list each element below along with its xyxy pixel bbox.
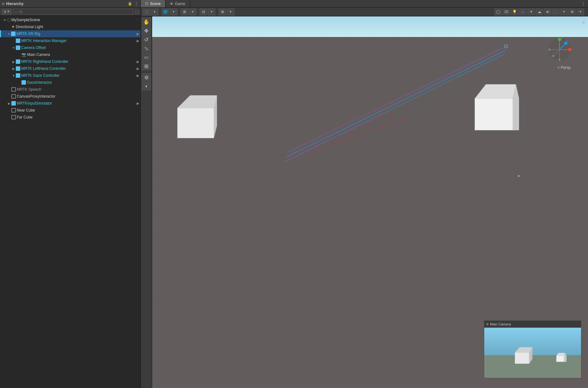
header-left: ≡ Hierarchy	[2, 1, 24, 6]
toolbar-btn-settings-down[interactable]: ▼	[577, 9, 584, 15]
toolbar-btn-settings[interactable]: ⚙	[568, 9, 576, 15]
svg-marker-55	[556, 353, 565, 356]
toolbar-btn-globe[interactable]: 🌐	[162, 9, 169, 15]
tool-dropdown[interactable]: ▼	[142, 82, 151, 90]
search-input[interactable]	[19, 10, 131, 14]
hierarchy-item-mrtk-left-hand[interactable]: ▶ MRTK LeftHand Controller ▶	[0, 65, 140, 72]
blue-cube-icon-left-hand	[16, 66, 20, 71]
scene-tabs-more[interactable]: ⋮	[579, 1, 588, 6]
tool-rect[interactable]: ▭	[142, 53, 151, 61]
more-interaction-mgr[interactable]: ▶	[137, 39, 139, 43]
scene-side-toolbar: ✋ ✥ ↺ ⤡ ▭ ⊞ ⚙ ▼	[141, 16, 152, 388]
more-mysamplescene[interactable]: ⋮	[136, 18, 139, 22]
search-box[interactable]: ⌕	[13, 9, 133, 15]
more-right-hand[interactable]: ▶	[137, 60, 139, 64]
label-right-hand: MRTK RightHand Controller	[21, 59, 68, 64]
tool-scale[interactable]: ⤡	[142, 44, 151, 52]
toolbar-btn-overlay[interactable]: ⬚	[143, 9, 150, 15]
svg-rect-28	[518, 175, 519, 177]
scene-tab-label: Scene	[150, 2, 161, 6]
hierarchy-item-gaze-interactor[interactable]: ▶ GazeInteractor	[0, 79, 140, 86]
hierarchy-item-canvas-proxy[interactable]: ▶ CanvasProxyInteractor	[0, 93, 140, 100]
more-gaze-ctrl[interactable]: ▶	[137, 74, 139, 78]
hierarchy-item-mrtk-right-hand[interactable]: ▶ MRTK RightHand Controller ▶	[0, 58, 140, 65]
toolbar-btn-2d[interactable]: 2D	[503, 9, 510, 15]
tab-scene[interactable]: ⬡ Scene	[141, 0, 165, 7]
hierarchy-item-mrtk-interaction-mgr[interactable]: ▶ MRTK Interaction Manager ▶	[0, 37, 140, 44]
hierarchy-item-mrtk-speech[interactable]: ▶ MRTK Speech	[0, 86, 140, 93]
more-vert-icon[interactable]: ⋮	[134, 1, 139, 6]
blue-cube-icon-xr-rig	[11, 32, 15, 36]
arrow-right-hand: ▶	[11, 60, 16, 64]
toolbar-btn-grid[interactable]: ⊞	[181, 9, 188, 15]
toolbar-btn-audio[interactable]: ♪	[519, 9, 527, 15]
toolbar-btn-arrow-down[interactable]: ▼	[151, 9, 158, 15]
toolbar-btn-ruler-down[interactable]: ▼	[227, 9, 234, 15]
toolbar-btn-fx[interactable]: ✦	[527, 9, 535, 15]
hierarchy-item-directional-light[interactable]: ▶ ☀ Directional Light	[0, 23, 140, 30]
gizmo[interactable]: Y X Z	[547, 37, 572, 62]
tool-rotate[interactable]: ↺	[142, 35, 151, 44]
hierarchy-content: ▼ ⬡ MySampleScene ⋮ ▶ ☀ Directional Ligh…	[0, 16, 140, 388]
toolbar-btn-eye[interactable]: 👁	[544, 9, 551, 15]
gray-cube-icon-far-cube	[11, 115, 16, 119]
hierarchy-item-mysamplescene[interactable]: ▼ ⬡ MySampleScene ⋮	[0, 16, 140, 23]
arrow-down-small: ▼	[7, 10, 9, 13]
hierarchy-panel: ≡ Hierarchy 🔒 ⋮ + ▼ ⌕ ⬚	[0, 0, 141, 388]
hierarchy-item-far-cube[interactable]: ▶ Far Cube	[0, 114, 140, 121]
label-main-camera: Main Camera	[27, 52, 50, 57]
toolbar-btn-camera-down[interactable]: ▼	[560, 9, 568, 15]
hierarchy-item-mrtk-xr-rig[interactable]: ▼ MRTK XR Rig ▶	[0, 30, 140, 37]
camera-preview-header: ≡ Main Camera	[484, 321, 581, 328]
hierarchy-item-mrtk-gaze-ctrl[interactable]: ▼ MRTK Gaze Controller ▶	[0, 72, 140, 79]
hierarchy-item-mrtk-input-sim[interactable]: ▶ MRTKInputSimulator ▶	[0, 100, 140, 107]
svg-marker-54	[556, 356, 564, 362]
toolbar-btn-sphere[interactable]: ◯	[494, 9, 502, 15]
more-left-hand[interactable]: ▶	[137, 67, 139, 71]
hierarchy-item-main-camera[interactable]: ▶ 📷 Main Camera	[0, 51, 140, 58]
scene-filter-icon[interactable]: ⬚	[135, 9, 139, 14]
lock-icon[interactable]: 🔒	[128, 2, 132, 6]
toolbar-btn-camera-mode[interactable]: 🎥	[552, 9, 560, 15]
hierarchy-item-camera-offset[interactable]: ▼ Camera Offset	[0, 44, 140, 51]
label-mrtk-speech: MRTK Speech	[17, 87, 41, 92]
tool-move[interactable]: ✥	[142, 27, 151, 35]
hierarchy-title: Hierarchy	[6, 2, 23, 6]
toolbar-btn-snap[interactable]: ⊟	[200, 9, 207, 15]
arrow-xr-rig: ▼	[7, 32, 11, 36]
arrow-camera-offset: ▼	[11, 46, 16, 50]
viewport-menu[interactable]: ≡	[582, 20, 585, 25]
gray-cube-icon-canvas-proxy	[11, 94, 16, 99]
tool-hand[interactable]: ✋	[142, 18, 151, 26]
label-mrtk-input-sim: MRTKInputSimulator	[17, 101, 52, 106]
toolbar-btn-snap-down[interactable]: ▼	[208, 9, 215, 15]
hierarchy-item-near-cube[interactable]: ▶ Near Cube	[0, 107, 140, 114]
toolbar-btn-light[interactable]: 💡	[511, 9, 518, 15]
tool-custom[interactable]: ⚙	[142, 73, 151, 82]
svg-text:X: X	[570, 48, 572, 51]
svg-text:Z: Z	[566, 40, 568, 43]
tool-transform[interactable]: ⊞	[142, 62, 151, 70]
label-gaze-interactor: GazeInteractor	[27, 80, 52, 85]
svg-marker-32	[475, 99, 513, 130]
game-tab-label: Game	[175, 2, 185, 6]
tab-game[interactable]: 👁 Game	[165, 0, 190, 7]
toolbar-btn-grid-down[interactable]: ▼	[189, 9, 196, 15]
toolbar-btn-sky[interactable]: ☁	[535, 9, 543, 15]
scene-viewport[interactable]: ✋ ✥ ↺ ⤡ ▭ ⊞ ⚙ ▼	[141, 16, 588, 388]
add-button[interactable]: + ▼	[2, 9, 11, 15]
preview-cube-far	[555, 352, 566, 363]
arrow-mrtk-input-sim: ▶	[7, 102, 11, 105]
cube-near	[171, 89, 217, 140]
toolbar-btn-globe-down[interactable]: ▼	[170, 9, 177, 15]
more-xr-rig[interactable]: ▶	[137, 32, 139, 36]
label-left-hand: MRTK LeftHand Controller	[21, 66, 66, 71]
toolbar-group-transform: ⬚ ▼	[143, 9, 158, 15]
toolbar-group-view: 🌐 ▼	[162, 9, 177, 15]
arrow-gaze-ctrl: ▼	[11, 74, 16, 77]
blue-cube-icon-camera-offset	[16, 45, 20, 50]
active-line	[0, 30, 1, 37]
toolbar-btn-ruler[interactable]: ⊞	[219, 9, 226, 15]
more-mrtk-input-sim[interactable]: ▶	[137, 101, 139, 106]
camera-preview-menu-icon: ≡	[486, 322, 488, 326]
